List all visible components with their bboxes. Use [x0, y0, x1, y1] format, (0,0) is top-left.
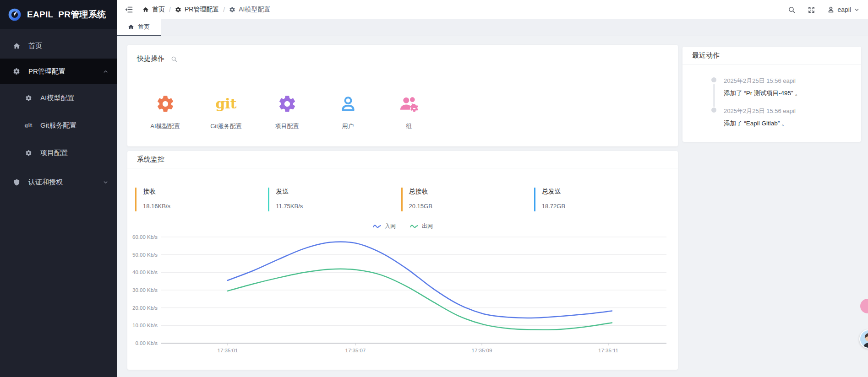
users-icon: [378, 94, 439, 114]
sidebar-item-label: 项目配置: [40, 149, 68, 157]
breadcrumb-separator: /: [223, 6, 225, 13]
sidebar-item-pr-config[interactable]: PR管理配置: [0, 59, 117, 84]
fullscreen-icon[interactable]: [808, 6, 815, 14]
stat-label: 总发送: [542, 188, 667, 196]
legend-label: 入网: [385, 222, 396, 230]
timeline-dot: [711, 108, 716, 113]
chevron-up-icon: [103, 69, 109, 75]
sidebar-item-label: AI模型配置: [40, 94, 74, 102]
home-icon: [12, 42, 21, 50]
breadcrumb-ai-model-config: AI模型配置: [229, 5, 270, 14]
quick-actions-card: 快捷操作 AI模型配置 git Git服务配置 项目配置 用户 组: [127, 45, 678, 146]
wave-icon: [372, 223, 382, 229]
card-title: 系统监控: [137, 155, 164, 164]
timeline-item: 2025年2月25日 15:56 eapil 添加了 “Eapil Gitlab…: [724, 107, 853, 128]
timeline-item: 2025年2月25日 15:56 eapil 添加了 “Pr 测试项目-495”…: [724, 77, 853, 97]
svg-text:50.00 Kb/s: 50.00 Kb/s: [132, 252, 158, 258]
svg-text:17:35:01: 17:35:01: [218, 348, 238, 353]
legend-item-out[interactable]: 出网: [409, 222, 433, 230]
stat-value: 18.72GB: [542, 203, 667, 210]
sidebar-item-project-config[interactable]: 项目配置: [0, 139, 117, 167]
shortcut-project-config[interactable]: 项目配置: [257, 94, 317, 130]
svg-text:17:35:11: 17:35:11: [598, 348, 618, 353]
breadcrumb-separator: /: [169, 6, 171, 13]
timeline-dot: [711, 77, 716, 82]
sidebar-item-label: PR管理配置: [28, 67, 66, 76]
sidebar-toggle-icon[interactable]: [124, 5, 133, 14]
shortcut-groups[interactable]: 组: [378, 94, 439, 130]
svg-text:60.00 Kb/s: 60.00 Kb/s: [132, 234, 158, 240]
shortcut-label: 组: [378, 122, 439, 130]
shortcut-list: AI模型配置 git Git服务配置 项目配置 用户 组: [127, 73, 678, 130]
timeline-connector: [713, 84, 715, 107]
svg-text:17:35:07: 17:35:07: [345, 348, 366, 353]
tab-home[interactable]: 首页: [117, 19, 161, 36]
username: eapil: [837, 6, 851, 13]
sidebar-item-label: Git服务配置: [40, 121, 76, 130]
breadcrumb-pr-config[interactable]: PR管理配置: [175, 5, 219, 14]
gear-icon: [229, 6, 235, 13]
shortcut-label: AI模型配置: [135, 122, 196, 130]
topbar: 首页 / PR管理配置 / AI模型配置 eapil: [117, 0, 868, 19]
chevron-down-icon: [103, 179, 109, 185]
svg-text:20.00 Kb/s: 20.00 Kb/s: [132, 305, 158, 311]
shortcut-users[interactable]: 用户: [317, 94, 378, 130]
app-logo-icon: [7, 7, 22, 22]
sidebar-item-ai-model-config[interactable]: AI模型配置: [0, 84, 117, 112]
sidebar-item-auth[interactable]: 认证和授权: [0, 169, 117, 195]
main-content: 快捷操作 AI模型配置 git Git服务配置 项目配置 用户 组: [117, 36, 868, 377]
search-icon[interactable]: [171, 56, 177, 62]
stat-value: 18.16KB/s: [143, 203, 268, 210]
breadcrumb-label: 首页: [152, 5, 165, 14]
gear-icon: [175, 6, 181, 13]
svg-text:40.00 Kb/s: 40.00 Kb/s: [132, 269, 158, 275]
git-icon: git: [196, 94, 257, 114]
svg-text:30.00 Kb/s: 30.00 Kb/s: [132, 287, 158, 293]
wave-icon: [409, 223, 419, 229]
gear-icon: [135, 94, 196, 114]
svg-text:10.00 Kb/s: 10.00 Kb/s: [132, 323, 158, 328]
shield-icon: [12, 179, 21, 186]
search-icon[interactable]: [788, 6, 796, 14]
sidebar-menu: 首页 PR管理配置 AI模型配置 git Git服务配置 项目配置 认证和授权: [0, 29, 117, 195]
shortcut-git-service-config[interactable]: git Git服务配置: [196, 94, 257, 130]
system-monitor-card: 系统监控 接收 18.16KB/s 发送 11.75KB/s 总接收 20.15…: [127, 151, 678, 370]
recent-actions-header: 最近动作: [682, 47, 861, 65]
app-title: EAPIL_PR管理系统: [27, 9, 106, 21]
topbar-actions: eapil: [788, 6, 860, 14]
stat-label: 发送: [276, 188, 401, 196]
legend-item-in[interactable]: 入网: [372, 222, 396, 230]
svg-text:0.00 Kb/s: 0.00 Kb/s: [135, 340, 158, 346]
git-icon: git: [24, 123, 33, 129]
sidebar-item-home[interactable]: 首页: [0, 33, 117, 59]
stat-total-send: 总发送 18.72GB: [534, 188, 667, 211]
activity-timeline: 2025年2月25日 15:56 eapil 添加了 “Pr 测试项目-495”…: [682, 65, 861, 128]
chart-legend: 入网 出网: [127, 222, 678, 230]
card-title: 快捷操作: [137, 54, 164, 63]
tab-label: 首页: [138, 23, 150, 31]
card-title: 最近动作: [692, 51, 720, 60]
stat-total-receive: 总接收 20.15GB: [401, 188, 534, 211]
home-icon: [128, 24, 134, 30]
gear-icon: [24, 150, 33, 156]
quick-actions-header: 快捷操作: [127, 45, 678, 73]
network-stats: 接收 18.16KB/s 发送 11.75KB/s 总接收 20.15GB 总发…: [127, 168, 678, 211]
user-menu[interactable]: eapil: [827, 6, 860, 13]
timeline-text: 添加了 “Eapil Gitlab” 。: [724, 119, 853, 128]
breadcrumb-home[interactable]: 首页: [142, 5, 165, 14]
recent-actions-card: 最近动作 2025年2月25日 15:56 eapil 添加了 “Pr 测试项目…: [682, 47, 861, 142]
svg-text:17:35:09: 17:35:09: [472, 348, 492, 353]
avatar: [860, 330, 868, 348]
stat-label: 接收: [143, 188, 268, 196]
stat-value: 11.75KB/s: [276, 203, 401, 210]
gear-icon: [257, 94, 317, 114]
sidebar-item-git-service-config[interactable]: git Git服务配置: [0, 112, 117, 139]
stat-send: 发送 11.75KB/s: [268, 188, 401, 211]
timeline-time: 2025年2月25日 15:56 eapil: [724, 107, 853, 115]
shortcut-label: Git服务配置: [196, 122, 257, 130]
user-icon: [317, 94, 378, 114]
app-logo-row[interactable]: EAPIL_PR管理系统: [0, 0, 117, 29]
home-icon: [142, 6, 149, 13]
sidebar-submenu-pr-config: AI模型配置 git Git服务配置 项目配置: [0, 84, 117, 167]
shortcut-ai-model-config[interactable]: AI模型配置: [135, 94, 196, 130]
